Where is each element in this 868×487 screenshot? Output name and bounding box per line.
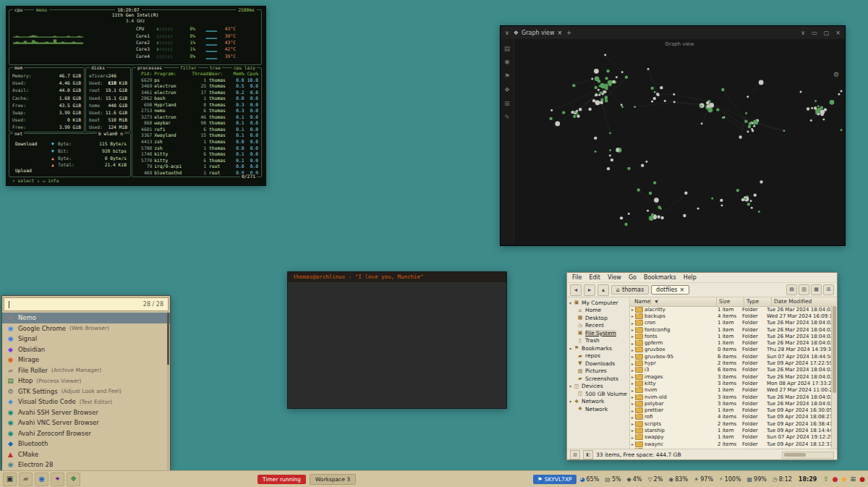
net-box-label[interactable]: net xyxy=(13,131,24,136)
panel-launcher-icon[interactable]: ✦ xyxy=(51,473,64,486)
terminal-toggle-icon[interactable]: ◧ xyxy=(583,450,593,460)
process-row[interactable]: 5780 zsh 1 thomas 0.0 0.0 xyxy=(133,145,260,152)
file-row[interactable]: ▸ polybar 3 items Folder Tue 26 Mar 2024… xyxy=(630,400,832,407)
window-control-icon[interactable]: ∨ xyxy=(801,30,805,36)
expander-icon[interactable]: ▸ xyxy=(631,313,634,318)
file-row[interactable]: ▸ gruvbox-95 6 items Folder Sun 07 Apr 2… xyxy=(630,353,832,360)
launcher-item[interactable]: ▲ CMake xyxy=(2,449,170,460)
view-toggle-icon[interactable]: ▥ xyxy=(799,284,809,295)
launcher-item[interactable]: ◉ Signal xyxy=(2,334,170,344)
expander-icon[interactable]: ▸ xyxy=(631,441,634,446)
workspace-indicator[interactable]: Workspace 3 xyxy=(310,474,356,485)
launcher-item[interactable]: ▰ File Roller (Archive Manager) xyxy=(2,365,170,376)
file-row[interactable]: ▸ backups 4 items Folder Wed 27 Mar 2024… xyxy=(630,313,832,319)
view-toggle-icon[interactable]: ▤ xyxy=(786,284,797,295)
system-stat[interactable]: ◕ 65% xyxy=(580,476,600,483)
expander-icon[interactable]: ▸ xyxy=(631,381,634,386)
btop-update-interval[interactable]: 2500ms xyxy=(236,7,257,12)
knowledge-graph[interactable] xyxy=(514,39,845,244)
launcher-item[interactable]: ⚙ GTK Settings (Adjust Look and Feel) xyxy=(2,386,170,397)
graph-view-tab[interactable]: ❖ Graph view × xyxy=(514,30,562,36)
tray-icon[interactable]: ● xyxy=(833,475,838,483)
file-row[interactable]: ▸ images 3 items Folder Tue 26 Mar 2024 … xyxy=(630,373,832,380)
file-row[interactable]: ▸ cron 1 item Folder Tue 26 Mar 2024 18:… xyxy=(630,320,832,326)
file-row[interactable]: ▸ kitty 3 items Folder Mon 08 Apr 2024 1… xyxy=(630,380,832,386)
expander-icon[interactable]: ▸ xyxy=(631,428,634,433)
tab-close-icon[interactable]: × xyxy=(680,287,685,293)
sidebar-item[interactable]: ⌂ Home xyxy=(567,307,629,315)
terminal-title[interactable]: thomas@archlinux - "I love you, Munchie" xyxy=(288,272,506,282)
file-row[interactable]: ▸ swappy 1 item Folder Sun 07 Apr 2024 1… xyxy=(630,434,832,441)
file-row[interactable]: ▸ i3 6 items Folder Tue 26 Mar 2024 18:0… xyxy=(630,367,832,373)
cpu-lazy-button[interactable]: cpu lazy xyxy=(232,65,257,70)
launcher-item[interactable]: ◆ Bluetooth xyxy=(2,439,170,449)
file-row[interactable]: ▸ rofi 4 items Folder Tue 09 Apr 2024 18… xyxy=(630,414,832,420)
system-stat[interactable]: ☀ 97% xyxy=(694,476,713,483)
timer-badge[interactable]: Timer running xyxy=(258,475,306,484)
file-row[interactable]: ▸ fonts 1 item Folder Tue 26 Mar 2024 18… xyxy=(630,333,832,339)
ribbon-icon[interactable]: ✱ xyxy=(504,59,510,66)
tab-close-icon[interactable]: × xyxy=(558,30,563,36)
expander-icon[interactable]: ▸ xyxy=(631,334,634,339)
disks-box-label[interactable]: disks xyxy=(90,65,106,70)
net-interface[interactable]: b wlan0 n xyxy=(97,131,124,136)
path-segment-home[interactable]: ⌂ thomas xyxy=(611,285,649,295)
expander-icon[interactable]: ▸ xyxy=(631,354,634,359)
launcher-item[interactable]: ◈ Visual Studio Code (Text Editor) xyxy=(2,397,170,407)
tray-icon[interactable]: ● xyxy=(859,475,865,483)
sidebar-item[interactable]: ▯ Trash xyxy=(567,337,629,345)
expander-icon[interactable]: ▸ xyxy=(631,327,634,332)
expander-icon[interactable]: ▸ xyxy=(631,435,634,440)
filter-button[interactable]: filter xyxy=(179,65,198,70)
mem-box-label[interactable]: mem xyxy=(13,65,24,70)
launcher-item[interactable]: ◉ Avahi VNC Server Browser xyxy=(2,418,170,428)
menu-item[interactable]: Help xyxy=(684,274,697,281)
process-row[interactable]: 868 waybar 98 thomas 0.1 0.0 xyxy=(133,120,260,127)
tray-icon[interactable]: ⊞ xyxy=(851,475,856,483)
sidebar-item[interactable]: ▦ Desktop xyxy=(567,314,629,322)
ribbon-icon[interactable]: ⊞ xyxy=(504,100,510,107)
launcher-item[interactable]: ◉ Google Chrome (Web Browser) xyxy=(2,323,170,334)
file-row[interactable]: ▸ gpferm 1 item Folder Tue 26 Mar 2024 1… xyxy=(630,339,832,346)
expander-icon[interactable]: ▸ xyxy=(631,408,634,413)
file-row[interactable]: ▸ starship 1 item Folder Tue 09 Apr 2024… xyxy=(630,427,832,433)
panel-clock[interactable]: 18:29 xyxy=(799,476,817,483)
menu-item[interactable]: Bookmarks xyxy=(644,274,676,281)
ribbon-icon[interactable]: ▤ xyxy=(504,45,511,52)
system-stat[interactable]: ▽ 2% xyxy=(647,476,663,483)
expander-icon[interactable]: ▸ xyxy=(631,361,634,366)
tray-icon[interactable]: ⇧ xyxy=(823,475,829,483)
file-row[interactable]: ▸ alacritty 1 item Folder Tue 26 Mar 202… xyxy=(630,306,832,313)
processes-box-label[interactable]: processes xyxy=(136,65,163,70)
panel-launcher-icon[interactable]: ▰ xyxy=(19,473,33,486)
launcher-search-input[interactable]: 28 / 28 xyxy=(4,297,169,311)
process-row[interactable]: 4413 zsh 1 thomas 0.0 0.0 xyxy=(133,139,260,145)
panel-launcher-icon[interactable]: ◉ xyxy=(35,473,48,486)
expander-icon[interactable]: ▸ xyxy=(631,394,634,399)
file-row[interactable]: ▸ waybar 1 item Folder Tue 26 Mar 2024 1… xyxy=(630,447,832,449)
launcher-scrollbar[interactable] xyxy=(167,313,169,470)
expander-icon[interactable]: ▸ xyxy=(631,448,634,449)
expander-icon[interactable]: ▸ xyxy=(631,388,634,393)
file-row[interactable]: ▸ scripts 2 items Folder Tue 09 Apr 2024… xyxy=(630,420,832,427)
view-toggle-icon[interactable]: ⊞ xyxy=(823,284,834,295)
file-row[interactable]: ▸ swaync 2 items Folder Tue 09 Apr 2024 … xyxy=(630,441,832,447)
process-row[interactable]: 3273 electron 46 thomas 0.1 0.0 xyxy=(133,114,260,121)
window-control-icon[interactable]: × xyxy=(835,30,841,36)
process-row[interactable]: 1748 kitty 6 thomas 0.1 0.0 xyxy=(133,151,260,158)
process-row[interactable]: 3461 electron 17 thomas 0.2 0.0 xyxy=(133,90,260,96)
sidebar-bookmark[interactable]: ▼ Downloads xyxy=(567,360,629,368)
system-stat[interactable]: ◆ 4% xyxy=(627,476,642,483)
file-row[interactable]: ▸ hypr 2 items Folder Tue 09 Apr 2024 17… xyxy=(630,360,832,366)
sidebar-group-devices[interactable]: ▾ ◫ Devices xyxy=(567,383,629,391)
process-row[interactable]: 2062 bash 1 thomas 0.0 0.0 xyxy=(133,96,260,102)
sidebar-item[interactable]: ◷ Recent xyxy=(567,322,629,330)
new-tab-button[interactable]: + xyxy=(566,30,571,36)
expander-icon[interactable]: ▸ xyxy=(631,307,634,312)
file-row[interactable]: ▸ nvim-old 3 items Folder Tue 26 Mar 202… xyxy=(630,394,832,400)
process-row[interactable]: 698 Hyprland 8 thomas 0.3 0.0 xyxy=(133,102,260,109)
back-button[interactable]: ◂ xyxy=(570,284,582,296)
column-size[interactable]: Size xyxy=(717,297,744,306)
process-row[interactable]: 6629 ps 1 thomas 0.0 10.0 xyxy=(133,77,260,84)
side-pane-toggle-icon[interactable]: ▥ xyxy=(570,450,580,460)
